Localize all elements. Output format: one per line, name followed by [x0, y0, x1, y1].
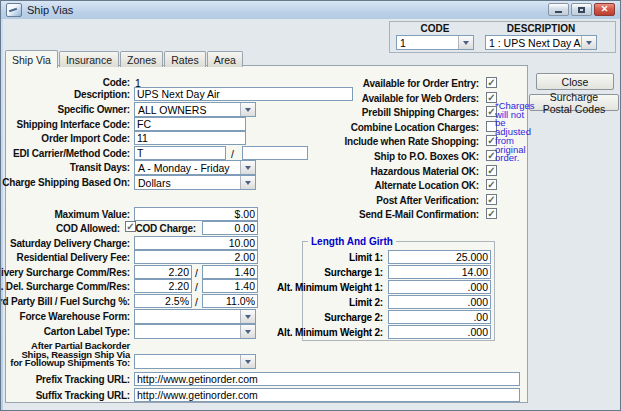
- chevron-down-icon[interactable]: [240, 310, 255, 323]
- surcharge-postal-codes-button[interactable]: Surcharge Postal Codes: [529, 94, 619, 111]
- send-email-confirmation-checkbox[interactable]: ✓: [486, 208, 497, 219]
- specific-owner-select[interactable]: ALL OWNERS: [134, 102, 256, 117]
- residential-delivery-fee-input[interactable]: [134, 250, 258, 264]
- chevron-down-icon[interactable]: [240, 161, 255, 174]
- description-column-label: DESCRIPTION: [485, 23, 597, 34]
- chevron-down-icon[interactable]: [581, 36, 596, 49]
- send-email-confirmation-label: Send E-Mail Confirmation:: [359, 209, 479, 220]
- ext-del-surcharge-separator: /: [195, 281, 198, 293]
- chevron-down-icon[interactable]: [458, 36, 473, 49]
- third-party-fuel-label: 3rd Party Bill / Fuel Surchg %:: [0, 296, 130, 307]
- prefix-tracking-url-input[interactable]: [134, 372, 520, 386]
- code-selector[interactable]: 1: [396, 35, 474, 50]
- include-rate-shopping-label: Include when Rate Shopping:: [344, 136, 479, 147]
- alternate-location-checkbox[interactable]: ✓: [486, 179, 497, 190]
- hazardous-material-label: Hazardous Material OK:: [371, 166, 479, 177]
- charge-shipping-based-on-label: Charge Shipping Based On:: [2, 177, 130, 188]
- description-selector[interactable]: 1 : UPS Next Day Air: [485, 35, 597, 50]
- transit-days-select[interactable]: A - Monday - Friday: [134, 160, 256, 175]
- edi-method-code-input[interactable]: [242, 146, 308, 160]
- chevron-down-icon[interactable]: [240, 355, 255, 368]
- saturday-delivery-charge-label: Saturday Delivery Charge:: [10, 238, 130, 249]
- record-selector-group: CODE 1 DESCRIPTION 1 : UPS Next Day Air: [389, 21, 616, 53]
- cod-charge-input[interactable]: [202, 221, 258, 235]
- suffix-tracking-url-input[interactable]: [134, 388, 520, 402]
- force-warehouse-form-select[interactable]: [134, 309, 256, 324]
- window-controls: ✕: [548, 3, 615, 16]
- ship-via-tab-page: Code: 1 Description: Specific Owner: ALL…: [5, 65, 528, 403]
- post-after-verification-label: Post After Verification:: [376, 195, 479, 206]
- shipping-interface-code-input[interactable]: [134, 117, 246, 131]
- reassign-ship-via-select[interactable]: [134, 354, 256, 369]
- prebill-charges-note: *Charges will not be adjusted from origi…: [495, 102, 531, 163]
- tab-rates[interactable]: Rates: [164, 51, 205, 67]
- ship-to-po-boxes-label: Ship to P.O. Boxes OK:: [374, 151, 479, 162]
- code-selector-value: 1: [400, 37, 406, 49]
- prebill-shipping-charges-label: Prebill Shipping Charges:: [362, 107, 479, 118]
- tab-zones[interactable]: Zones: [120, 51, 163, 67]
- minimize-icon[interactable]: [548, 3, 569, 16]
- suffix-tracking-url-label: Suffix Tracking URL:: [36, 390, 130, 401]
- title-bar: Ship Vias ✕: [1, 1, 620, 19]
- length-and-girth-group: Length And Girth Limit 1: Surcharge 1: A…: [302, 241, 495, 341]
- chevron-down-icon[interactable]: [240, 103, 255, 116]
- chevron-down-icon[interactable]: [240, 325, 255, 338]
- maximum-value-label: Maximum Value:: [54, 209, 130, 220]
- tab-area[interactable]: Area: [207, 51, 243, 67]
- description-input[interactable]: [134, 87, 353, 101]
- surcharge-1-input[interactable]: [388, 265, 491, 279]
- specific-owner-value: ALL OWNERS: [138, 104, 206, 116]
- maximize-icon[interactable]: [571, 3, 592, 16]
- cod-allowed-checkbox[interactable]: ✓: [125, 221, 136, 232]
- alternate-location-label: Alternate Location OK:: [375, 180, 480, 191]
- carton-label-type-label: Carton Label Type:: [44, 326, 130, 337]
- ext-del-surcharge-comm-input[interactable]: [134, 279, 192, 293]
- surcharge-1-label: Surcharge 1:: [324, 267, 383, 278]
- specific-owner-label: Specific Owner:: [57, 104, 130, 115]
- post-after-verification-checkbox[interactable]: ✓: [486, 194, 497, 205]
- edi-carrier-code-input[interactable]: [134, 146, 226, 160]
- fuel-surcharge-input[interactable]: [202, 294, 258, 308]
- available-web-orders-label: Available for Web Orders:: [362, 93, 479, 104]
- charge-shipping-based-on-select[interactable]: Dollars: [134, 175, 256, 190]
- chevron-down-icon[interactable]: [240, 176, 255, 189]
- limit-1-label: Limit 1:: [349, 252, 383, 263]
- shipping-interface-code-label: Shipping Interface Code:: [16, 119, 130, 130]
- ext-del-surcharge-res-input[interactable]: [202, 279, 258, 293]
- length-and-girth-title: Length And Girth: [308, 236, 396, 247]
- delivery-surcharge-label: Delivery Surcharge Comm/Res:: [0, 267, 130, 278]
- description-selector-value: 1 : UPS Next Day Air: [489, 37, 586, 49]
- cod-allowed-label: COD Allowed:: [56, 223, 120, 234]
- client-area: CODE 1 DESCRIPTION 1 : UPS Next Day Air …: [3, 19, 620, 410]
- third-party-bill-input[interactable]: [134, 294, 192, 308]
- transit-days-label: Transit Days:: [70, 162, 130, 173]
- delivery-surcharge-res-input[interactable]: [202, 265, 258, 279]
- maximum-value-input[interactable]: [134, 207, 258, 221]
- app-icon: [6, 3, 22, 17]
- delivery-surcharge-separator: /: [195, 267, 198, 279]
- surcharge-2-input[interactable]: [388, 310, 491, 324]
- alt-minimum-weight-2-input[interactable]: [388, 325, 491, 339]
- order-import-code-input[interactable]: [134, 131, 246, 145]
- close-button[interactable]: Close: [536, 73, 614, 90]
- prefix-tracking-url-label: Prefix Tracking URL:: [36, 374, 130, 385]
- limit-2-input[interactable]: [388, 295, 491, 309]
- hazardous-material-checkbox[interactable]: ✓: [486, 165, 497, 176]
- description-label: Description:: [74, 89, 130, 100]
- residential-delivery-fee-label: Residential Delivery Fee:: [17, 252, 130, 263]
- window-title: Ship Vias: [27, 4, 73, 16]
- force-warehouse-form-label: Force Warehouse Form:: [20, 311, 130, 322]
- order-import-code-label: Order Import Code:: [41, 133, 130, 144]
- alt-minimum-weight-1-input[interactable]: [388, 280, 491, 294]
- limit-1-input[interactable]: [388, 250, 491, 264]
- edi-carrier-method-code-label: EDI Carrier/Method Code:: [13, 148, 130, 159]
- tab-ship-via[interactable]: Ship Via: [5, 50, 58, 68]
- tab-insurance[interactable]: Insurance: [59, 51, 119, 67]
- transit-days-value: A - Monday - Friday: [138, 162, 230, 174]
- close-icon[interactable]: ✕: [594, 3, 615, 16]
- delivery-surcharge-comm-input[interactable]: [134, 265, 192, 279]
- reassign-ship-via-label: After Partial Backorder Ships, Reassign …: [10, 342, 130, 368]
- available-order-entry-checkbox[interactable]: ✓: [486, 77, 497, 88]
- saturday-delivery-charge-input[interactable]: [134, 236, 258, 250]
- carton-label-type-select[interactable]: [134, 324, 256, 339]
